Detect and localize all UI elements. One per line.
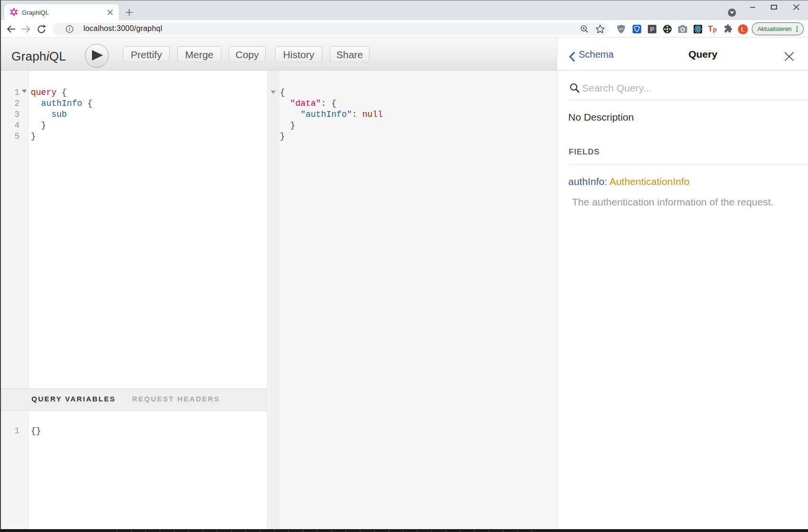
- svg-text:uO: uO: [619, 27, 624, 31]
- svg-text:P: P: [650, 26, 655, 33]
